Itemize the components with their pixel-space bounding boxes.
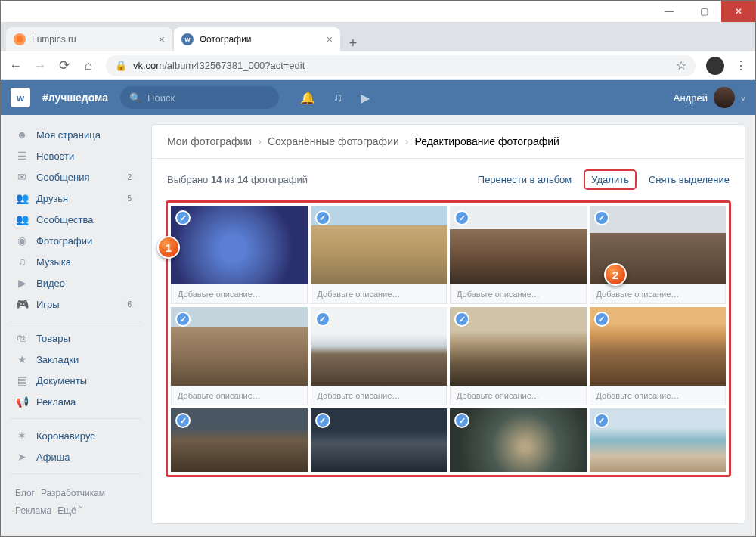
- sidebar-item[interactable]: ★Закладки: [11, 349, 141, 370]
- bookmark-icon[interactable]: ☆: [676, 58, 686, 73]
- sidebar-item[interactable]: 🎮Игры6: [11, 293, 141, 315]
- sidebar-item-label: Коронавирус: [36, 430, 95, 442]
- photo-thumbnail[interactable]: ✓: [311, 307, 448, 386]
- check-icon[interactable]: ✓: [175, 210, 191, 225]
- photo-cell[interactable]: ✓Добавьте описание…: [590, 307, 727, 405]
- check-icon[interactable]: ✓: [594, 413, 609, 428]
- home-icon[interactable]: ⌂: [82, 58, 95, 73]
- sidebar-item[interactable]: 👥Друзья5: [11, 188, 141, 209]
- check-icon[interactable]: ✓: [175, 413, 191, 428]
- check-icon[interactable]: ✓: [454, 413, 469, 428]
- photo-cell[interactable]: ✓: [171, 408, 308, 472]
- photo-cell[interactable]: ✓: [450, 408, 587, 472]
- back-icon[interactable]: ←: [9, 58, 23, 73]
- photo-thumbnail[interactable]: ✓: [171, 307, 308, 386]
- check-icon[interactable]: ✓: [315, 312, 330, 327]
- photo-cell[interactable]: ✓Добавьте описание…: [171, 307, 308, 405]
- photo-thumbnail[interactable]: ✓: [450, 307, 587, 386]
- delete-button[interactable]: Удалить: [584, 169, 637, 190]
- check-icon[interactable]: ✓: [454, 312, 469, 327]
- vk-search-input[interactable]: 🔍 Поиск: [120, 86, 279, 109]
- photo-thumbnail[interactable]: ✓: [450, 408, 587, 472]
- url-domain: vk.com: [133, 60, 164, 71]
- sidebar-item[interactable]: ☰Новости: [11, 145, 141, 166]
- vk-hashtag[interactable]: #лучшедома: [42, 92, 108, 104]
- footer-link[interactable]: Блог: [15, 488, 35, 498]
- forward-icon[interactable]: →: [33, 58, 47, 73]
- music-icon[interactable]: ♫: [333, 91, 342, 105]
- vk-logo-icon[interactable]: w: [11, 88, 30, 107]
- photo-description-input[interactable]: Добавьте описание…: [311, 386, 448, 405]
- window-maximize[interactable]: ▢: [686, 0, 721, 22]
- footer-link[interactable]: Реклама: [15, 505, 51, 516]
- photo-cell[interactable]: ✓Добавьте описание…: [590, 206, 727, 304]
- new-tab-button[interactable]: +: [342, 36, 364, 51]
- sidebar-item[interactable]: ☻Моя страница: [11, 124, 141, 145]
- check-icon[interactable]: ✓: [594, 312, 609, 327]
- window-close[interactable]: ✕: [721, 0, 756, 22]
- window-minimize[interactable]: ―: [652, 0, 686, 22]
- photo-thumbnail[interactable]: ✓: [590, 307, 727, 386]
- photo-description-input[interactable]: Добавьте описание…: [171, 284, 308, 304]
- photo-thumbnail[interactable]: ✓: [171, 206, 308, 284]
- sidebar-item[interactable]: 🛍Товары: [11, 327, 141, 349]
- sidebar-item-label: Музыка: [36, 256, 71, 268]
- browser-menu-icon[interactable]: ⋮: [735, 58, 747, 73]
- photo-description-input[interactable]: Добавьте описание…: [590, 284, 727, 304]
- photo-description-input[interactable]: Добавьте описание…: [311, 284, 448, 304]
- notifications-icon[interactable]: 🔔: [300, 91, 315, 105]
- photo-thumbnail[interactable]: ✓: [311, 408, 448, 472]
- sidebar-item[interactable]: ▶Видео: [11, 272, 141, 293]
- tab-close-icon[interactable]: ×: [159, 33, 165, 45]
- deselect-button[interactable]: Снять выделение: [649, 174, 730, 185]
- sidebar-item[interactable]: ✶Коронавирус: [11, 425, 141, 446]
- reload-icon[interactable]: ⟳: [57, 57, 71, 73]
- photo-description-input[interactable]: Добавьте описание…: [590, 386, 727, 405]
- footer-link[interactable]: Ещё ˅: [57, 505, 83, 516]
- vk-user-menu[interactable]: Андрей ⅴ: [674, 87, 745, 108]
- photo-cell[interactable]: ✓: [590, 408, 727, 472]
- photo-thumbnail[interactable]: ✓: [590, 408, 727, 472]
- photo-cell[interactable]: ✓: [311, 408, 448, 472]
- sidebar-icon: 👥: [15, 213, 29, 225]
- check-icon[interactable]: ✓: [454, 210, 469, 225]
- photo-thumbnail[interactable]: ✓: [171, 408, 308, 472]
- address-bar[interactable]: 🔒 vk.com/album432567381_000?act=edit ☆: [106, 55, 696, 76]
- check-icon[interactable]: ✓: [315, 210, 330, 225]
- footer-link[interactable]: Разработчикам: [41, 488, 105, 498]
- search-placeholder: Поиск: [147, 92, 175, 104]
- photo-cell[interactable]: ✓Добавьте описание…: [171, 206, 308, 304]
- check-icon[interactable]: ✓: [594, 210, 609, 225]
- sidebar-item[interactable]: ▤Документы: [11, 370, 141, 391]
- sidebar-item[interactable]: ◉Фотографии: [11, 230, 141, 251]
- sidebar-item[interactable]: ✉Сообщения2: [11, 166, 141, 188]
- sidebar-item[interactable]: 👥Сообщества: [11, 209, 141, 230]
- sidebar-icon: 🛍: [15, 332, 29, 344]
- breadcrumb: Мои фотографии › Сохранённые фотографии …: [152, 125, 745, 159]
- breadcrumb-my-photos[interactable]: Мои фотографии: [167, 135, 252, 147]
- sidebar-item[interactable]: ➤Афиша: [11, 446, 141, 467]
- sidebar-icon: 👥: [15, 192, 29, 204]
- sidebar-item[interactable]: ♫Музыка: [11, 251, 141, 272]
- photo-thumbnail[interactable]: ✓: [450, 206, 587, 284]
- video-icon[interactable]: ▶: [361, 91, 370, 105]
- check-icon[interactable]: ✓: [175, 312, 191, 327]
- sidebar-item-label: Игры: [36, 299, 60, 310]
- photo-cell[interactable]: ✓Добавьте описание…: [450, 307, 587, 405]
- check-icon[interactable]: ✓: [315, 413, 330, 428]
- sidebar-item-label: Сообщения: [36, 172, 90, 183]
- photo-cell[interactable]: ✓Добавьте описание…: [450, 206, 587, 304]
- photo-description-input[interactable]: Добавьте описание…: [171, 386, 308, 405]
- photo-description-input[interactable]: Добавьте описание…: [450, 284, 587, 304]
- browser-tab-lumpics[interactable]: Lumpics.ru ×: [6, 27, 172, 51]
- sidebar-item[interactable]: 📢Реклама: [11, 391, 141, 412]
- photo-cell[interactable]: ✓Добавьте описание…: [311, 206, 448, 304]
- move-to-album-button[interactable]: Перенести в альбом: [478, 174, 572, 185]
- browser-tab-vk[interactable]: w Фотографии ×: [174, 27, 340, 51]
- photo-cell[interactable]: ✓Добавьте описание…: [311, 307, 448, 405]
- profile-avatar-icon[interactable]: [706, 57, 724, 75]
- photo-description-input[interactable]: Добавьте описание…: [450, 386, 587, 405]
- tab-close-icon[interactable]: ×: [327, 33, 333, 45]
- photo-thumbnail[interactable]: ✓: [311, 206, 448, 284]
- breadcrumb-saved-photos[interactable]: Сохранённые фотографии: [268, 135, 399, 147]
